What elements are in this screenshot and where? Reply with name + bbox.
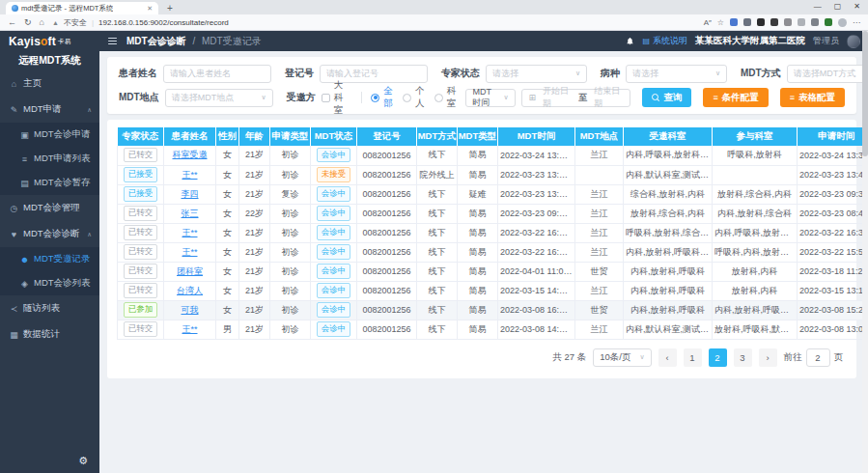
cell-patient-name[interactable]: 王** (164, 165, 216, 184)
refresh-icon[interactable]: ↻ (24, 17, 32, 27)
patient-link[interactable]: 科室受邀 (173, 150, 208, 159)
page-button-3[interactable]: 3 (734, 348, 752, 367)
scrollbar-thumb[interactable] (862, 31, 868, 156)
page-button-1[interactable]: 1 (684, 348, 702, 367)
next-page-button[interactable]: › (759, 348, 777, 367)
extension-icon[interactable] (770, 18, 778, 26)
shield-extension-icon[interactable] (825, 18, 832, 26)
user-avatar[interactable] (847, 35, 860, 48)
table-row[interactable]: 已转交台湾人女21岁初诊会诊中0082001256线下简易2022-03-15 … (118, 281, 868, 300)
window-minimize-button[interactable]: — (814, 2, 822, 11)
prev-page-button[interactable]: ‹ (658, 348, 677, 367)
patient-link[interactable]: 李四 (182, 189, 199, 199)
window-maximize-button[interactable]: ▢ (834, 2, 842, 11)
condition-config-button[interactable]: ≡条件配置 (703, 88, 768, 107)
sidebar-item-followup-list[interactable]: ≺随访列表 (0, 295, 99, 321)
extension-icon[interactable] (743, 18, 751, 26)
sidebar-item-mdt-consult-list[interactable]: ◈MDT会诊列表 (0, 271, 99, 295)
extension-icon[interactable] (784, 18, 792, 26)
table-row[interactable]: 已转交王**男21岁初诊会诊中0082001256线下简易2022-03-08 … (118, 320, 868, 339)
goto-page-input[interactable] (806, 348, 830, 367)
sidebar-item-mdt-consult-manage[interactable]: ◷MDT会诊管理 (0, 195, 99, 221)
extension-icon[interactable] (798, 18, 805, 26)
search-button[interactable]: 查询 (642, 88, 691, 107)
patient-link[interactable]: 王** (182, 228, 197, 237)
breadcrumb-page: MDT受邀记录 (202, 36, 262, 46)
table-row[interactable]: 已接受李四女21岁复诊会诊中0082001256线下疑难2022-03-23 1… (118, 184, 868, 204)
app-logo: Kayisoft卡易 (0, 35, 99, 48)
disease-select[interactable]: 请选择∨ (626, 65, 727, 83)
cell-mdt-place: 兰江 (575, 146, 624, 165)
cell-patient-name[interactable]: 王** (164, 320, 216, 339)
date-range-picker[interactable]: ⊞ 开始日期 至 结束日期 (521, 89, 631, 107)
patient-link[interactable]: 团科室 (177, 266, 203, 276)
mdt-place-select[interactable]: 请选择MDT地点∨ (165, 89, 273, 107)
table-row[interactable]: 已转交张三女22岁初诊会诊中0082001256线下简易2022-03-23 0… (118, 204, 868, 223)
sidebar-item-mdt-apply-list[interactable]: ≡MDT申请列表 (0, 147, 99, 171)
radio-icon[interactable] (403, 94, 411, 102)
window-close-button[interactable]: ✕ (854, 2, 860, 11)
back-icon[interactable]: ← (8, 17, 16, 27)
patient-link[interactable]: 王** (182, 324, 197, 334)
patient-link[interactable]: 张三 (182, 209, 199, 218)
page-button-2-current[interactable]: 2 (709, 348, 727, 367)
cell-patient-name[interactable]: 王** (164, 242, 216, 262)
favorite-star-icon[interactable]: ☆ (717, 18, 724, 27)
invitee-radio-all[interactable]: 全部 (371, 85, 394, 110)
sidebar-item-mdt-apply[interactable]: ✎MDT申请∧ (0, 97, 99, 123)
sidebar-item-mdt-consult-draft[interactable]: ▤MDT会诊暂存 (0, 171, 99, 195)
table-row[interactable]: 已转交王**女21岁初诊会诊中0082001256线下简易2022-03-22 … (118, 223, 868, 242)
address-bar[interactable]: ▲ 不安全 | 192.168.0.156:9002/consultate/re… (52, 17, 229, 28)
patient-link[interactable]: 王** (182, 170, 197, 180)
radio-icon[interactable] (434, 94, 443, 102)
table-row[interactable]: 已参加可我女21岁初诊会诊中0082001256线下简易2022-03-08 1… (118, 300, 868, 320)
patient-link[interactable]: 台湾人 (177, 286, 203, 295)
table-row[interactable]: 已接受王**女21岁初诊未接受0082001256院外线上简易2022-03-2… (118, 165, 868, 184)
cell-patient-name[interactable]: 可我 (164, 300, 216, 320)
expert-status-badge: 已转交 (124, 148, 158, 162)
patient-link[interactable]: 可我 (182, 305, 199, 315)
table-config-button[interactable]: ≡表格配置 (780, 88, 845, 107)
cell-patient-name[interactable]: 王** (164, 223, 216, 242)
cell-mdt-time: 2022-03-08 16:00:00 (498, 300, 575, 320)
browser-tab[interactable]: mdt受邀记录 - 远程MDT系统 ✕ (6, 2, 158, 14)
invitee-radio-dept[interactable]: 科室 (434, 85, 458, 110)
sidebar-item-mdt-consult-apply[interactable]: ▣MDT会诊申请 (0, 123, 99, 147)
cell-patient-name[interactable]: 团科室 (164, 262, 216, 281)
new-tab-button[interactable]: + (167, 3, 173, 14)
table-row[interactable]: 已转交科室受邀女21岁初诊会诊中0082001256线下简易2022-03-24… (118, 146, 868, 165)
settings-gear-icon[interactable]: ⚙ (78, 455, 88, 467)
page-scrollbar[interactable] (862, 31, 868, 473)
collapse-menu-icon[interactable] (108, 38, 117, 45)
expert-status-select[interactable]: 请选择∨ (486, 65, 587, 83)
cell-patient-name[interactable]: 台湾人 (164, 281, 216, 300)
invitee-checkbox-dept-group[interactable]: 大科室 (322, 79, 351, 117)
tab-close-icon[interactable]: ✕ (147, 5, 153, 13)
table-row[interactable]: 已转交王**女21岁初诊会诊中0082001256线下简易2022-03-22 … (118, 242, 868, 262)
radio-icon[interactable] (371, 94, 379, 102)
browser-menu-icon[interactable]: ⋯ (853, 18, 860, 27)
time-field-select[interactable]: MDT时间∨ (465, 89, 515, 107)
sidebar-item-data-stats[interactable]: ▦数据统计 (0, 321, 99, 348)
bell-icon[interactable] (626, 37, 634, 45)
table-row[interactable]: 已转交团科室女21岁初诊会诊中0082001256线下简易2022-04-01 … (118, 262, 868, 281)
read-aloud-icon[interactable]: A″ (704, 18, 712, 27)
home-icon[interactable]: ⌂ (40, 17, 44, 27)
extension-icon[interactable] (730, 18, 738, 26)
patient-link[interactable]: 王** (182, 247, 197, 257)
page-size-select[interactable]: 10条/页∨ (593, 348, 651, 367)
invitee-radio-person[interactable]: 个人 (403, 85, 426, 110)
sidebar-item-mdt-invite-record[interactable]: ☻MDT受邀记录 (0, 247, 99, 271)
sidebar-item-mdt-consult-diagnose[interactable]: ♥MDT会诊诊断∧ (0, 221, 99, 247)
cell-patient-name[interactable]: 科室受邀 (164, 146, 216, 165)
patient-name-input[interactable] (163, 65, 271, 83)
extension-icon[interactable] (811, 18, 819, 26)
system-help-link[interactable]: ▤系统说明 (642, 35, 687, 47)
browser-profile-avatar[interactable] (838, 18, 847, 27)
sidebar-item-home[interactable]: ⌂主页 (0, 70, 99, 97)
cell-patient-name[interactable]: 李四 (164, 184, 216, 204)
checkbox-icon[interactable] (322, 94, 330, 102)
cell-patient-name[interactable]: 张三 (164, 204, 216, 223)
extension-icon[interactable] (757, 18, 765, 26)
mdt-mode-select[interactable]: 请选择MDT方式∨ (787, 65, 868, 83)
